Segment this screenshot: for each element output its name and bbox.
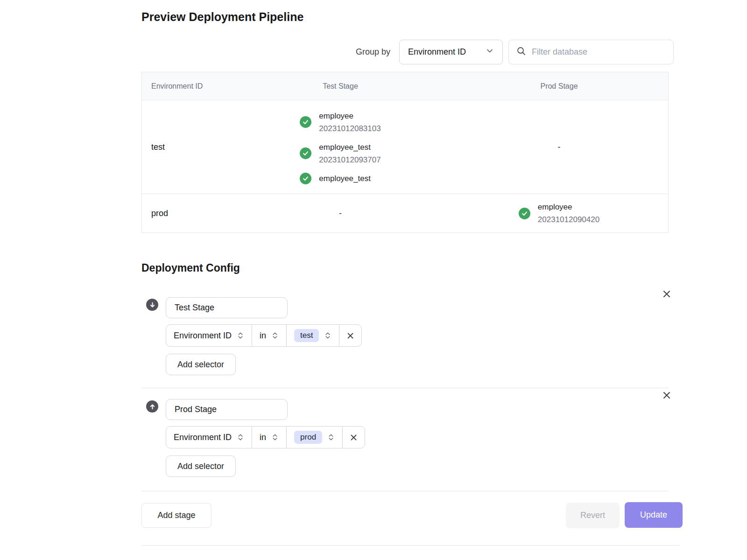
selector-rule: Environment ID in test	[166, 324, 362, 347]
revert-button[interactable]: Revert	[566, 503, 620, 528]
deployment-pipeline-page: Preview Deployment Pipeline Group by Env…	[0, 0, 747, 560]
arrow-down-circle-icon	[146, 299, 158, 311]
remove-selector-button[interactable]	[339, 325, 361, 346]
environment-name: prod	[151, 209, 168, 218]
environment-name: test	[151, 142, 165, 152]
test-stage-database-list: employee 20231012083103 employee_test 20…	[300, 110, 381, 185]
database-name: employee	[319, 110, 381, 122]
remove-stage-button[interactable]	[661, 288, 673, 300]
selector-key-value: Environment ID	[174, 433, 232, 442]
remove-selector-button[interactable]	[342, 427, 365, 448]
selector-operator-value: in	[260, 331, 266, 341]
check-circle-icon	[300, 116, 311, 128]
database-version: 20231012093707	[319, 154, 381, 166]
database-version: 20231012090420	[538, 213, 599, 226]
page-title: Preview Deployment Pipeline	[141, 10, 303, 24]
arrow-up-circle-icon	[146, 400, 158, 413]
chevron-up-down-icon	[271, 332, 279, 339]
check-circle-icon	[519, 208, 530, 219]
selector-values-select[interactable]: prod	[286, 427, 342, 448]
check-circle-icon	[300, 147, 311, 159]
x-mark-icon	[346, 331, 355, 340]
group-by-selected-value: Environment ID	[408, 47, 466, 57]
table-row: prod - employee 20231012090420	[142, 194, 668, 232]
table-row: test employee 20231012083103	[142, 100, 668, 194]
selector-key-value: Environment ID	[174, 331, 232, 341]
add-stage-button[interactable]: Add stage	[141, 503, 211, 528]
selector-key-select[interactable]: Environment ID	[166, 427, 252, 448]
footer-divider	[141, 491, 669, 491]
column-header-environment-id: Environment ID	[142, 72, 231, 100]
prod-stage-database-list: employee 20231012090420	[519, 201, 599, 226]
selector-operator-select[interactable]: in	[252, 427, 286, 448]
column-header-prod-stage: Prod Stage	[450, 72, 668, 100]
selector-value-chip: prod	[294, 431, 322, 444]
add-selector-button[interactable]: Add selector	[166, 354, 236, 375]
database-name: employee	[538, 201, 599, 213]
empty-stage-dash: -	[339, 209, 342, 218]
selector-value-chip: test	[294, 329, 319, 342]
search-icon	[516, 46, 526, 58]
empty-stage-dash: -	[558, 142, 561, 152]
check-circle-icon	[300, 173, 311, 184]
update-button[interactable]: Update	[625, 502, 683, 528]
database-entry: employee_test 20231012093707	[300, 141, 381, 166]
stage-name-input[interactable]	[166, 297, 288, 318]
selector-values-select[interactable]: test	[286, 325, 339, 346]
toolbar: Group by Environment ID	[141, 40, 674, 64]
database-entry: employee 20231012083103	[300, 110, 381, 135]
chevron-up-down-icon	[237, 434, 244, 441]
bottom-divider	[141, 545, 680, 546]
filter-database-field[interactable]	[508, 40, 674, 64]
content-column: Preview Deployment Pipeline Group by Env…	[141, 0, 674, 560]
selector-operator-value: in	[260, 433, 266, 442]
selector-rule: Environment ID in prod	[166, 426, 365, 448]
table-header-row: Environment ID Test Stage Prod Stage	[142, 72, 668, 100]
x-mark-icon	[349, 433, 358, 442]
selector-key-select[interactable]: Environment ID	[166, 325, 252, 346]
chevron-up-down-icon	[324, 332, 331, 339]
chevron-up-down-icon	[271, 434, 279, 441]
chevron-down-icon	[486, 47, 494, 57]
add-selector-button[interactable]: Add selector	[166, 455, 236, 477]
stage-divider	[141, 388, 669, 388]
stage-name-input[interactable]	[166, 399, 288, 420]
group-by-label: Group by	[356, 47, 390, 57]
pipeline-preview-table: Environment ID Test Stage Prod Stage tes…	[141, 72, 669, 233]
selector-operator-select[interactable]: in	[252, 325, 286, 346]
remove-stage-button[interactable]	[661, 389, 673, 401]
database-version: 20231012083103	[319, 122, 381, 135]
database-name: employee_test	[319, 172, 371, 185]
deployment-config-title: Deployment Config	[141, 262, 240, 274]
database-name: employee_test	[319, 141, 381, 154]
database-entry: employee_test	[300, 172, 371, 185]
chevron-up-down-icon	[327, 434, 335, 441]
column-header-test-stage: Test Stage	[231, 72, 450, 100]
chevron-up-down-icon	[237, 332, 244, 339]
database-entry: employee 20231012090420	[519, 201, 599, 226]
group-by-select[interactable]: Environment ID	[399, 40, 503, 64]
filter-database-input[interactable]	[532, 47, 666, 57]
